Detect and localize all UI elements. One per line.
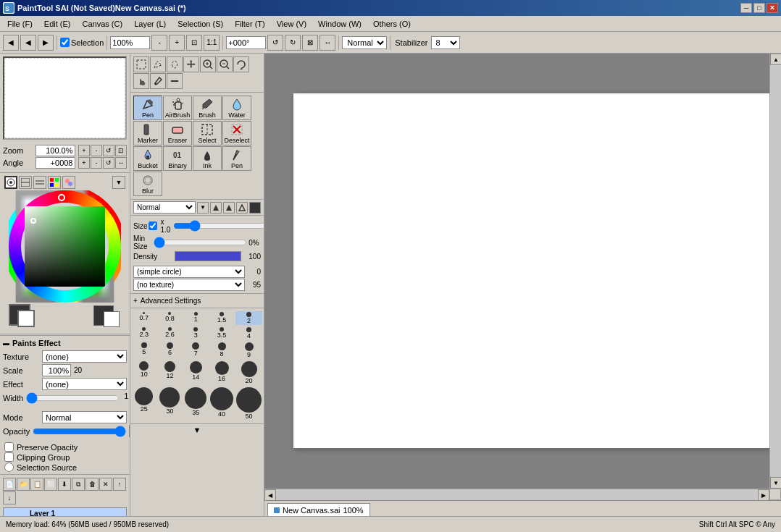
zoom-fit-btn[interactable]: ⊡ xyxy=(186,35,202,51)
mode-select-l[interactable]: Normal xyxy=(42,411,127,423)
menu-layer[interactable]: Layer (L) xyxy=(128,18,172,30)
bucket-tool[interactable]: Bucket xyxy=(133,146,162,171)
color-mode-slider[interactable] xyxy=(33,176,46,189)
h-scroll-track[interactable] xyxy=(276,489,758,500)
color-mode-mixer[interactable] xyxy=(62,176,75,189)
layer-lock-icon[interactable]: ✏ xyxy=(18,516,28,517)
bsg-1.5[interactable]: 1.5 xyxy=(209,311,234,325)
layer-merge-down[interactable]: ⬇ xyxy=(58,478,71,491)
color-dropdown-btn[interactable]: ▼ xyxy=(112,176,125,189)
v-scroll-down[interactable]: ▼ xyxy=(770,477,781,489)
bsg-3[interactable]: 3 xyxy=(183,326,208,340)
menu-selection[interactable]: Selection (S) xyxy=(172,18,229,30)
bsg-2.6[interactable]: 2.6 xyxy=(158,326,183,340)
horizontal-scrollbar[interactable]: ◀ ▶ xyxy=(264,489,769,500)
close-button[interactable]: ✕ xyxy=(767,3,778,13)
bsg-3.5[interactable]: 3.5 xyxy=(209,326,234,340)
min-size-slider[interactable] xyxy=(154,237,247,248)
layer-eye-icon[interactable]: 👁 xyxy=(7,516,17,517)
h-scroll-right[interactable]: ▶ xyxy=(758,489,769,500)
menu-file[interactable]: File (F) xyxy=(1,18,38,30)
blur-tool[interactable]: Blur xyxy=(133,172,162,196)
toolbar-btn-3[interactable]: ▶ xyxy=(38,35,54,51)
h-scroll-left[interactable]: ◀ xyxy=(264,489,276,500)
color-wheel-container[interactable] xyxy=(9,190,121,303)
bsg-14[interactable]: 14 xyxy=(183,360,208,385)
background-color[interactable] xyxy=(17,310,35,327)
binary-tool[interactable]: 01 Binary xyxy=(163,146,192,171)
eraser-tool[interactable]: Eraser xyxy=(163,121,192,145)
vertical-scrollbar[interactable]: ▲ ▼ xyxy=(769,54,781,489)
bsg-1[interactable]: 1 xyxy=(183,311,208,325)
bsg-6[interactable]: 6 xyxy=(158,342,183,359)
preserve-opacity-check[interactable] xyxy=(4,442,14,452)
zoom-input[interactable] xyxy=(110,36,150,49)
angle-reset-btn[interactable]: ↺ xyxy=(103,157,114,169)
bsg-12[interactable]: 12 xyxy=(158,360,183,385)
color-bg-swatch[interactable] xyxy=(104,311,120,327)
rotate-tool[interactable] xyxy=(233,56,249,72)
unknown-tool[interactable] xyxy=(167,73,183,89)
color-mode-palette[interactable] xyxy=(48,176,61,189)
rot-ccw-btn[interactable]: ↺ xyxy=(267,35,283,51)
angle-dec-btn[interactable]: - xyxy=(91,157,102,169)
paints-effect-toggle[interactable]: ▬ xyxy=(3,339,9,347)
bsg-2[interactable]: 2 xyxy=(235,311,262,325)
bsg-30[interactable]: 30 xyxy=(158,387,183,421)
adv-toggle-btn[interactable]: + Advanced Settings xyxy=(133,295,261,306)
layer-move-down[interactable]: ↓ xyxy=(3,491,16,504)
bsg-35[interactable]: 35 xyxy=(183,387,208,421)
layer-copy-btn[interactable]: ⧉ xyxy=(72,478,85,491)
zoom-in-btn[interactable]: + xyxy=(169,35,185,51)
minimize-button[interactable]: ─ xyxy=(740,3,752,13)
hand-tool[interactable] xyxy=(133,73,149,89)
maximize-button[interactable]: □ xyxy=(753,3,765,13)
v-scroll-up[interactable]: ▲ xyxy=(770,54,781,65)
bsg-4[interactable]: 4 xyxy=(235,326,262,340)
lasso-tool[interactable] xyxy=(167,56,183,72)
mode-select[interactable]: Normal xyxy=(342,36,387,49)
zoom-in-tool[interactable] xyxy=(200,56,216,72)
brush-tool[interactable]: Brush xyxy=(193,96,222,120)
zoom-dec-btn[interactable]: - xyxy=(91,145,102,156)
bsg-0.7[interactable]: 0.7 xyxy=(132,311,156,325)
stabilizer-select[interactable]: 8 xyxy=(431,36,460,49)
brush-shape-select[interactable]: (simple circle) xyxy=(133,266,245,278)
bsg-25[interactable]: 25 xyxy=(132,387,156,421)
toolbar-btn-1[interactable]: ◀ xyxy=(3,35,19,51)
panel-scroll-btn[interactable]: ▼ xyxy=(130,423,264,435)
texture-select[interactable]: (none) xyxy=(42,350,127,363)
bsg-40[interactable]: 40 xyxy=(209,387,234,421)
zoom-fit-btn-l[interactable]: ⊡ xyxy=(115,145,127,156)
brush-normal-select[interactable]: Normal xyxy=(133,201,196,214)
marker-tool[interactable]: Marker xyxy=(133,121,162,145)
zoom-out-btn[interactable]: - xyxy=(151,35,167,51)
opacity-slider[interactable] xyxy=(33,426,126,436)
size-checkbox[interactable] xyxy=(149,221,157,230)
bsg-50[interactable]: 50 xyxy=(235,387,262,421)
zoom-out-tool[interactable] xyxy=(217,56,233,72)
new-folder-btn[interactable]: 📁 xyxy=(17,478,30,491)
new-linework-btn[interactable]: 📋 xyxy=(30,478,43,491)
drawing-canvas[interactable] xyxy=(293,93,781,448)
brush-shape-2[interactable] xyxy=(223,202,235,214)
brush-texture-select[interactable]: (no texture) xyxy=(133,279,245,291)
pen-tool[interactable]: Pen xyxy=(133,96,162,120)
move-tool[interactable] xyxy=(183,56,199,72)
bsg-0.8[interactable]: 0.8 xyxy=(158,311,183,325)
menu-canvas[interactable]: Canvas (C) xyxy=(77,18,129,30)
bsg-5[interactable]: 5 xyxy=(132,342,156,359)
angle-inc-btn[interactable]: + xyxy=(78,157,90,169)
brush-shape-3[interactable] xyxy=(236,202,248,214)
canvas-tab[interactable]: New Canvas.sai 100% xyxy=(267,503,370,516)
width-slider[interactable] xyxy=(26,393,120,403)
layer-delete-btn[interactable]: 🗑 xyxy=(85,478,99,491)
flip-btn[interactable]: ↔ xyxy=(320,35,335,51)
deselect-tool[interactable]: Deselect xyxy=(222,121,251,145)
v-scroll-track[interactable] xyxy=(770,65,781,477)
size-slider[interactable] xyxy=(173,221,264,231)
angle-mirror-btn[interactable]: ↔ xyxy=(115,157,127,169)
angle-value[interactable] xyxy=(36,157,75,169)
brush-shape-4[interactable] xyxy=(249,202,261,214)
bsg-10[interactable]: 10 xyxy=(132,360,156,385)
